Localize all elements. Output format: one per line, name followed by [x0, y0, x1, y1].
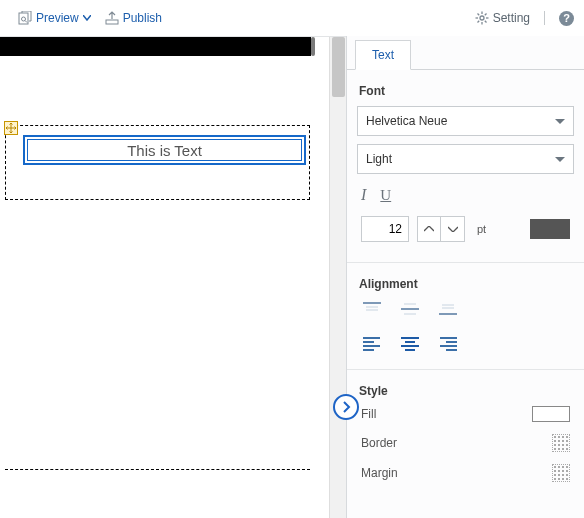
fill-row: Fill — [361, 406, 570, 422]
selected-text-element[interactable]: This is Text — [23, 135, 306, 165]
valign-top-button[interactable] — [361, 299, 383, 319]
alignment-section-title: Alignment — [359, 277, 572, 291]
svg-line-11 — [484, 14, 486, 16]
help-button[interactable]: ? — [559, 11, 574, 26]
setting-button[interactable]: Setting — [475, 11, 530, 25]
valign-top-icon — [362, 301, 382, 317]
style-section-title: Style — [359, 384, 572, 398]
main-area: This is Text Text Font Helvetica Neue Li… — [0, 36, 584, 518]
chevron-right-icon — [341, 401, 351, 413]
font-weight-select[interactable]: Light — [357, 144, 574, 174]
design-canvas[interactable]: This is Text — [0, 37, 323, 518]
canvas-wrap: This is Text — [0, 36, 346, 518]
panel-divider — [347, 262, 584, 263]
margin-control[interactable] — [552, 464, 570, 482]
valign-middle-icon — [400, 301, 420, 317]
preview-label: Preview — [36, 11, 79, 25]
font-section-title: Font — [359, 84, 572, 98]
tab-text-label: Text — [372, 48, 394, 62]
halign-right-button[interactable] — [437, 333, 459, 353]
text-element-content: This is Text — [27, 139, 302, 161]
font-size-input[interactable] — [361, 216, 409, 242]
font-size-increase-button[interactable] — [417, 216, 441, 242]
toolbar-right-group: Setting ? — [475, 11, 574, 26]
border-control[interactable] — [552, 434, 570, 452]
svg-line-2 — [25, 21, 27, 23]
valign-bottom-icon — [438, 301, 458, 317]
vertical-scrollbar[interactable] — [329, 37, 346, 518]
font-size-unit: pt — [477, 223, 486, 235]
tab-text[interactable]: Text — [355, 40, 411, 70]
vertical-align-row — [361, 299, 570, 319]
font-size-row: pt — [361, 216, 570, 242]
publish-icon — [105, 11, 119, 25]
svg-rect-3 — [106, 20, 118, 24]
margin-label: Margin — [361, 466, 398, 480]
valign-bottom-button[interactable] — [437, 299, 459, 319]
canvas-header-bar — [0, 37, 311, 56]
font-weight-value: Light — [366, 152, 392, 166]
halign-center-button[interactable] — [399, 333, 421, 353]
lower-section-container[interactable] — [5, 469, 310, 518]
italic-button[interactable]: I — [361, 186, 366, 204]
preview-icon — [18, 11, 32, 25]
caret-down-icon — [555, 157, 565, 162]
panel-tabs: Text — [347, 40, 584, 70]
move-icon — [6, 123, 16, 133]
publish-label: Publish — [123, 11, 162, 25]
halign-left-button[interactable] — [361, 333, 383, 353]
font-style-row: I U — [361, 186, 570, 204]
move-handle[interactable] — [4, 121, 18, 135]
panel-collapse-button[interactable] — [333, 394, 359, 420]
horizontal-align-row — [361, 333, 570, 353]
svg-point-4 — [480, 16, 484, 20]
svg-line-9 — [477, 14, 479, 16]
halign-left-icon — [362, 335, 382, 351]
toolbar-divider — [544, 11, 545, 25]
chevron-down-icon — [448, 226, 458, 232]
border-row: Border — [361, 434, 570, 452]
valign-middle-button[interactable] — [399, 299, 421, 319]
font-size-decrease-button[interactable] — [441, 216, 465, 242]
font-size-steppers — [417, 216, 465, 242]
setting-label: Setting — [493, 11, 530, 25]
svg-line-10 — [484, 21, 486, 23]
caret-down-icon — [555, 119, 565, 124]
chevron-up-icon — [424, 226, 434, 232]
font-family-select[interactable]: Helvetica Neue — [357, 106, 574, 136]
fill-label: Fill — [361, 407, 376, 421]
font-color-swatch[interactable] — [530, 219, 570, 239]
scrollbar-thumb[interactable] — [332, 37, 345, 97]
top-toolbar: Preview Publish Setting ? — [0, 0, 584, 36]
toolbar-left-group: Preview Publish — [18, 11, 162, 25]
chevron-down-icon — [83, 15, 91, 21]
margin-row: Margin — [361, 464, 570, 482]
fill-color-swatch[interactable] — [532, 406, 570, 422]
panel-divider — [347, 369, 584, 370]
svg-point-1 — [22, 17, 26, 21]
svg-line-12 — [477, 21, 479, 23]
preview-button[interactable]: Preview — [18, 11, 91, 25]
underline-button[interactable]: U — [380, 187, 391, 204]
halign-right-icon — [438, 335, 458, 351]
border-label: Border — [361, 436, 397, 450]
font-family-value: Helvetica Neue — [366, 114, 447, 128]
gear-icon — [475, 11, 489, 25]
properties-panel: Text Font Helvetica Neue Light I U pt Al… — [346, 36, 584, 518]
publish-button[interactable]: Publish — [105, 11, 162, 25]
halign-center-icon — [400, 335, 420, 351]
